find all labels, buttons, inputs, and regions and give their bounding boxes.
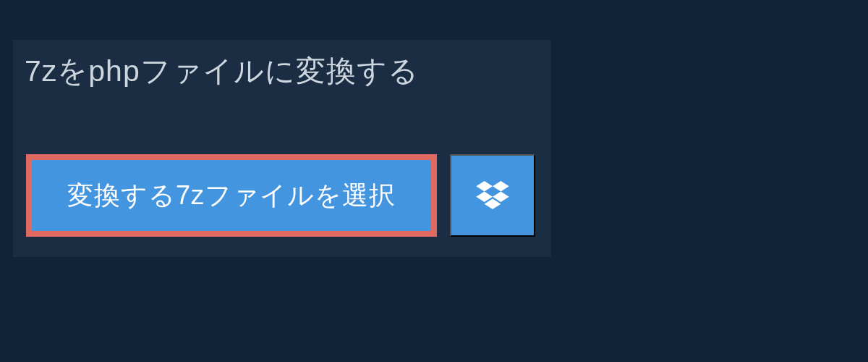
dropbox-icon	[476, 181, 509, 210]
page-title: 7zをphpファイルに変換する	[25, 51, 537, 91]
button-row: 変換する7zファイルを選択	[26, 154, 535, 237]
select-file-button[interactable]: 変換する7zファイルを選択	[26, 154, 437, 237]
select-file-label: 変換する7zファイルを選択	[67, 178, 396, 214]
converter-panel: 7zをphpファイルに変換する 変換する7zファイルを選択	[13, 40, 551, 257]
dropbox-button[interactable]	[450, 154, 535, 237]
title-bar: 7zをphpファイルに変換する	[13, 40, 551, 91]
